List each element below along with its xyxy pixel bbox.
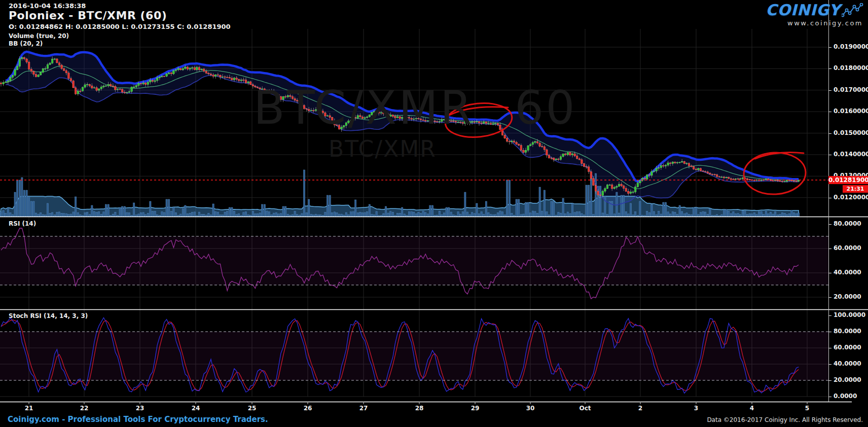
date-axis-label: 30 bbox=[526, 405, 535, 412]
stoch-axis-label: 40.0000 bbox=[834, 360, 861, 367]
bb-overlay-label: BB (20, 2) bbox=[9, 40, 43, 47]
axis-tick bbox=[828, 248, 831, 249]
axis-tick bbox=[828, 332, 831, 332]
axis-tick bbox=[828, 133, 831, 134]
coinigy-chart-window: 2016-10-04 16:38:38 Poloniex - BTC/XMR (… bbox=[0, 0, 868, 427]
axis-tick bbox=[828, 297, 831, 298]
date-axis-label: 26 bbox=[304, 405, 312, 412]
page-title: Poloniex - BTC/XMR (60) bbox=[9, 9, 167, 22]
date-axis-label: Oct bbox=[579, 405, 591, 412]
date-axis-label: 2 bbox=[638, 405, 642, 412]
price-axis-label: 0.01500000 bbox=[834, 129, 868, 136]
price-axis-label: 0.01600000 bbox=[834, 108, 868, 115]
axis-tick bbox=[828, 90, 831, 91]
axis-tick bbox=[828, 68, 831, 69]
price-axis-label: 0.01700000 bbox=[834, 86, 868, 93]
rsi-axis-label: 60.0000 bbox=[834, 244, 861, 252]
stoch-axis-label: 60.0000 bbox=[834, 344, 861, 351]
footer-copyright: Data ©2016-2017 Coinigy Inc. All Rights … bbox=[707, 416, 863, 423]
line-chart-icon bbox=[842, 3, 864, 19]
date-axis-label: 29 bbox=[471, 405, 480, 412]
date-axis-label: 3 bbox=[694, 405, 698, 412]
date-axis-label: 23 bbox=[136, 405, 144, 412]
axis-tick bbox=[828, 112, 831, 112]
stoch-axis-label: 0.0000 bbox=[834, 393, 857, 400]
price-axis-label: 0.01400000 bbox=[834, 151, 868, 158]
rsi-pane-label: RSI (14) bbox=[9, 220, 36, 227]
footer-tagline: Coinigy.com - Professional Tools For Cry… bbox=[8, 415, 268, 424]
stoch-axis-label: 100.0000 bbox=[834, 311, 865, 318]
rsi-axis-label: 80.0000 bbox=[834, 220, 861, 227]
rsi-axis-label: 20.0000 bbox=[834, 293, 861, 300]
date-axis-label: 25 bbox=[248, 405, 257, 412]
ohlc-readout: O: 0.01284862 H: 0.01285000 L: 0.0127315… bbox=[9, 23, 231, 30]
price-axis-label: 0.01200000 bbox=[834, 194, 868, 201]
price-axis-label: 0.01900000 bbox=[834, 43, 868, 50]
date-axis-label: 28 bbox=[415, 405, 424, 412]
axis-tick bbox=[828, 47, 831, 48]
date-axis-label: 22 bbox=[80, 405, 89, 412]
axis-tick bbox=[828, 198, 831, 198]
date-axis-label: 27 bbox=[359, 405, 368, 412]
date-axis-label: 21 bbox=[25, 405, 33, 412]
chart-canvas[interactable] bbox=[0, 0, 868, 427]
axis-tick bbox=[828, 155, 831, 155]
price-axis-label: 0.01800000 bbox=[834, 64, 868, 72]
axis-tick bbox=[828, 364, 831, 365]
date-axis-label: 5 bbox=[805, 405, 809, 412]
rsi-axis-label: 40.0000 bbox=[834, 269, 861, 276]
stoch-rsi-pane-label: Stoch RSI (14, 14, 3, 3) bbox=[9, 312, 88, 319]
chart-timestamp: 2016-10-04 16:38:38 bbox=[9, 2, 86, 10]
stoch-axis-label: 80.0000 bbox=[834, 328, 861, 335]
coinigy-logo: COINIGY bbox=[766, 1, 841, 19]
axis-tick bbox=[828, 348, 831, 348]
axis-tick bbox=[828, 224, 831, 225]
date-axis-label: 24 bbox=[192, 405, 200, 412]
candle-countdown-tag: 21:31 bbox=[843, 185, 868, 193]
volume-overlay-label: Volume (true, 20) bbox=[9, 32, 69, 40]
watermark-pair: BTC/XMR bbox=[329, 136, 437, 162]
axis-tick bbox=[828, 380, 831, 381]
current-price-tag: 0.01281900 bbox=[828, 176, 868, 184]
axis-tick bbox=[828, 273, 831, 273]
axis-tick bbox=[828, 397, 831, 397]
date-axis-label: 4 bbox=[750, 405, 754, 412]
stoch-axis-label: 20.0000 bbox=[834, 376, 861, 383]
coinigy-website-url: www.coinigy.com bbox=[787, 19, 863, 27]
axis-tick bbox=[828, 315, 831, 316]
watermark-pair-interval: BTC/XMR 60 bbox=[254, 81, 577, 134]
